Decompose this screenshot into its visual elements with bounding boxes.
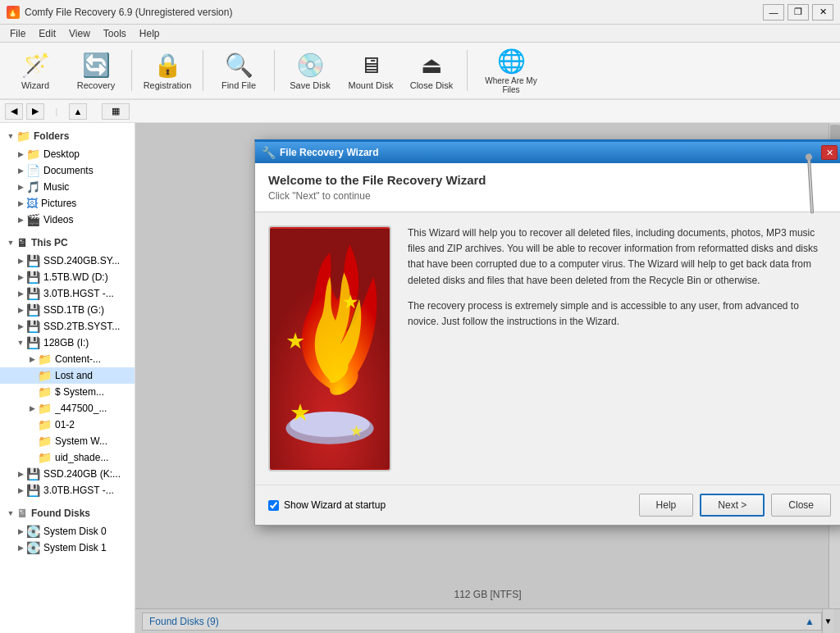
registration-button[interactable]: 🔒 Registration (139, 45, 196, 96)
back-button[interactable]: ◀ (5, 103, 23, 120)
sidebar-item-15tb[interactable]: ▶ 💾 1.5TB.WD (D:) (0, 269, 135, 285)
findfile-button[interactable]: 🔍 Find File (210, 45, 267, 96)
documents-label: Documents (43, 165, 94, 176)
savedisk-label: Save Disk (290, 80, 331, 90)
sidebar-item-systemw[interactable]: 📁 System W... (0, 433, 135, 449)
012-label: 01-2 (55, 419, 75, 430)
012-icon: 📁 (38, 418, 52, 431)
sidebar-item-documents[interactable]: ▶ 📄 Documents (0, 162, 135, 179)
founddisks-toggle[interactable]: ▼ (5, 508, 16, 519)
wheremyfiles-label: Where Are My Files (478, 76, 544, 94)
sidebar-item-pictures[interactable]: ▶ 🖼 Pictures (0, 195, 135, 212)
desktop-icon: 📁 (26, 148, 40, 161)
savedisk-button[interactable]: 💿 Save Disk (281, 45, 339, 96)
wheremyfiles-button[interactable]: 🌐 Where Are My Files (474, 45, 548, 96)
mountdisk-button[interactable]: 🖥 Mount Disk (342, 45, 399, 96)
desktop-label: Desktop (43, 148, 80, 160)
thispc-section-header: ▼ 🖥 This PC (0, 233, 135, 253)
window-title: Comfy File Recovery 6.9 (Unregistered ve… (25, 7, 763, 18)
ssd1tb-label: SSD.1TB (G:) (43, 304, 104, 316)
sidebar-item-128gb[interactable]: ▼ 💾 128GB (I:) (0, 335, 135, 351)
menu-bar: File Edit View Tools Help (0, 25, 840, 43)
app-icon: 🔥 (7, 6, 20, 19)
menu-edit[interactable]: Edit (32, 26, 62, 41)
minimize-button[interactable]: — (763, 4, 784, 20)
modal-text-1: This Wizard will help you to recover all… (408, 225, 831, 289)
30tb2-label: 3.0TB.HGST -... (43, 485, 114, 496)
sidebar-item-ssd2tb[interactable]: ▶ 💾 SSD.2TB.SYST... (0, 318, 135, 335)
show-wizard-label[interactable]: Show Wizard at startup (284, 499, 386, 511)
folders-section-header: ▼ 📁 Folders (0, 126, 135, 146)
savedisk-icon: 💿 (296, 52, 325, 79)
15tb-toggle: ▶ (15, 271, 26, 283)
sidebar-item-ssd1tb[interactable]: ▶ 💾 SSD.1TB (G:) (0, 302, 135, 318)
sidebar-item-447500[interactable]: ▶ 📁 _447500_... (0, 400, 135, 417)
modal-overlay: 🔧 File Recovery Wizard ✕ Welcome to the … (135, 123, 840, 633)
window-close-button[interactable]: ✕ (812, 4, 833, 20)
sidebar-item-30tb2[interactable]: ▶ 💾 3.0TB.HGST -... (0, 482, 135, 499)
menu-file[interactable]: File (3, 26, 32, 41)
recovery-label: Recovery (77, 80, 115, 90)
folders-label: Folders (34, 130, 69, 142)
wizard-icon: 🪄 (21, 52, 50, 79)
show-wizard-row: Show Wizard at startup (268, 499, 639, 511)
lost-icon: 📁 (38, 369, 52, 382)
forward-button[interactable]: ▶ (26, 103, 44, 120)
findfile-icon: 🔍 (225, 52, 253, 79)
modal-text-2: The recovery process is extremely simple… (408, 298, 831, 330)
447500-icon: 📁 (38, 402, 52, 415)
sidebar-item-uid[interactable]: 📁 uid_shade... (0, 449, 135, 466)
modal-welcome-title: Welcome to the File Recovery Wizard (268, 173, 831, 187)
sidebar-item-30tb1[interactable]: ▶ 💾 3.0TB.HGST -... (0, 285, 135, 302)
sidebar-item-012[interactable]: 📁 01-2 (0, 417, 135, 433)
menu-tools[interactable]: Tools (97, 26, 133, 41)
sidebar-item-ssd240k[interactable]: ▶ 💾 SSD.240GB (K:... (0, 466, 135, 482)
modal-icon: 🔧 (262, 146, 275, 159)
closedisk-button[interactable]: ⏏ Close Disk (403, 45, 460, 96)
show-wizard-checkbox[interactable] (268, 500, 279, 511)
up-button[interactable]: ▲ (69, 103, 87, 120)
folders-icon: 📁 (16, 130, 30, 143)
128gb-icon: 💾 (26, 336, 40, 349)
thispc-icon: 🖥 (16, 236, 28, 249)
15tb-icon: 💾 (26, 271, 40, 284)
maximize-button[interactable]: ❐ (788, 4, 809, 20)
modal-close-button[interactable]: ✕ (821, 145, 838, 160)
ssd240-icon: 💾 (26, 254, 40, 267)
folders-toggle[interactable]: ▼ (5, 130, 16, 142)
thispc-toggle[interactable]: ▼ (5, 237, 16, 248)
sidebar-item-content[interactable]: ▶ 📁 Content-... (0, 351, 135, 367)
sidebar-item-lost[interactable]: 📁 Lost and (0, 367, 135, 384)
128gb-toggle: ▼ (15, 337, 26, 348)
close-button[interactable]: Close (771, 494, 831, 517)
wizard-label: Wizard (21, 80, 49, 90)
view-button[interactable]: ▦ (102, 103, 130, 120)
sidebar-item-desktop[interactable]: ▶ 📁 Desktop (0, 146, 135, 162)
system-icon: 📁 (38, 385, 52, 398)
founddisks-label: Found Disks (31, 508, 90, 519)
founddisks-section-header: ▼ 🖥 Found Disks (0, 503, 135, 523)
sidebar-item-ssd240[interactable]: ▶ 💾 SSD.240GB.SY... (0, 253, 135, 269)
modal-header: Welcome to the File Recovery Wizard Clic… (255, 163, 840, 212)
sidebar-item-sysdisk0[interactable]: ▶ 💽 System Disk 0 (0, 523, 135, 540)
svg-text:★: ★ (342, 291, 359, 312)
menu-view[interactable]: View (62, 26, 97, 41)
recovery-button[interactable]: 🔄 Recovery (67, 45, 125, 96)
menu-help[interactable]: Help (133, 26, 167, 41)
svg-text:★: ★ (285, 328, 305, 353)
sidebar-item-videos[interactable]: ▶ 🎬 Videos (0, 212, 135, 228)
content-label: Content-... (55, 353, 101, 365)
next-button[interactable]: Next > (700, 494, 765, 517)
help-button[interactable]: Help (639, 494, 694, 517)
sidebar-item-system[interactable]: 📁 $ System... (0, 384, 135, 400)
sidebar-item-music[interactable]: ▶ 🎵 Music (0, 179, 135, 195)
sysdisk0-icon: 💽 (26, 525, 40, 538)
mountdisk-icon: 🖥 (359, 52, 382, 79)
mountdisk-label: Mount Disk (348, 80, 393, 90)
wizard-button[interactable]: 🪄 Wizard (7, 45, 64, 96)
modal-description: This Wizard will help you to recover all… (408, 225, 831, 471)
ssd240k-toggle: ▶ (15, 468, 26, 480)
sidebar-item-sysdisk1[interactable]: ▶ 💽 System Disk 1 (0, 540, 135, 556)
ssd240-label: SSD.240GB.SY... (43, 255, 120, 266)
447500-label: _447500_... (55, 403, 107, 414)
